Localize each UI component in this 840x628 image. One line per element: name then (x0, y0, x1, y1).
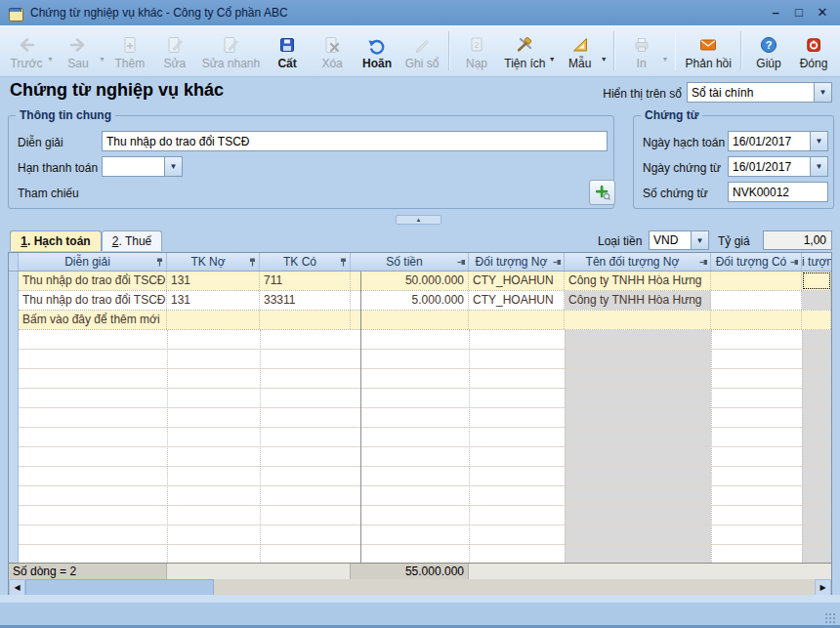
edit-page-icon (165, 33, 185, 55)
print-icon (632, 33, 651, 55)
active-cell[interactable] (802, 272, 831, 290)
reload-icon: 2 (467, 33, 486, 55)
dien-giai-label: Diễn giải (18, 136, 63, 149)
print-button[interactable]: In (619, 30, 664, 72)
delete-button[interactable]: Xóa (310, 30, 355, 72)
utilities-button[interactable]: Tiện ích (499, 30, 551, 72)
post-icon (412, 33, 432, 55)
ty-gia-label: Tỷ giá (718, 234, 750, 248)
document-group-title: Chứng từ (641, 108, 702, 122)
scrollbar-track[interactable] (214, 579, 815, 596)
window-title: Chứng từ nghiệp vụ khác - Công ty Cổ phầ… (30, 6, 768, 20)
maximize-button[interactable]: □ (791, 5, 807, 21)
edit-button[interactable]: Sửa (152, 30, 197, 72)
grid-empty-area (19, 330, 831, 563)
chevron-down-icon[interactable]: ▼ (691, 231, 708, 249)
scroll-left-button[interactable]: ◀ (9, 579, 25, 596)
table-row[interactable]: Thu nhập do trao đổi TSCĐ 131 711 50.000… (19, 272, 831, 291)
dropdown-caret[interactable]: ▼ (47, 56, 54, 63)
dropdown-caret[interactable]: ▼ (549, 56, 556, 63)
column-header-dien-giai[interactable]: Diễn giải (19, 253, 167, 271)
toolbar-separator (448, 31, 450, 70)
column-header-ten-doi-tuong-no[interactable]: Tên đối tượng Nợ (565, 253, 711, 271)
utilities-icon (514, 33, 535, 55)
prev-button[interactable]: Trước (4, 30, 49, 72)
dropdown-caret[interactable]: ▼ (99, 56, 105, 63)
next-button[interactable]: Sau (56, 30, 101, 72)
add-plus-icon (594, 184, 611, 201)
loai-tien-select[interactable]: VND ▼ (649, 230, 709, 250)
undo-button[interactable]: Hoãn (355, 30, 399, 72)
statusbar (0, 603, 840, 625)
grid-body: Thu nhập do trao đổi TSCĐ 131 711 50.000… (19, 272, 831, 563)
chevron-down-icon[interactable]: ▼ (164, 157, 182, 176)
template-button[interactable]: Mẫu (558, 30, 603, 72)
chevron-down-icon[interactable]: ▼ (814, 83, 831, 102)
titlebar: Chứng từ nghiệp vụ khác - Công ty Cổ phầ… (0, 0, 840, 25)
column-header-so-tien[interactable]: Số tiền (351, 253, 469, 271)
collapse-splitter-button[interactable]: ▲ (396, 215, 441, 225)
pin-horizontal-icon (699, 258, 708, 267)
ngay-chung-tu-datepicker[interactable]: 16/01/2017 ▼ (728, 156, 828, 177)
horizontal-scrollbar[interactable]: ◀ ▶ (9, 579, 831, 596)
undo-icon (367, 33, 387, 55)
pin-horizontal-icon (457, 258, 466, 267)
column-header-doi-tuong-no[interactable]: Đối tượng Nợ (469, 253, 565, 271)
ngay-hach-toan-label: Ngày hạch toán (643, 136, 725, 149)
save-icon (277, 33, 297, 55)
general-info-group: Thông tin chung (8, 115, 614, 209)
dien-giai-input[interactable]: Thu nhập do trao đổi TSCĐ (102, 131, 608, 151)
close-button[interactable]: ✕ (815, 5, 830, 21)
close-app-button[interactable]: Đóng (791, 30, 836, 72)
so-chung-tu-input[interactable]: NVK00012 (728, 182, 828, 202)
help-button[interactable]: ? Giúp (746, 30, 791, 72)
add-button[interactable]: Thêm (107, 30, 152, 72)
ngay-hach-toan-datepicker[interactable]: 16/01/2017 ▼ (728, 131, 828, 151)
app-icon (8, 6, 23, 21)
arrow-right-icon (67, 33, 89, 55)
column-header-doi-tuong-co[interactable]: Đối tượng Có (711, 253, 802, 271)
dropdown-caret[interactable]: ▼ (601, 56, 608, 63)
show-on-book-select[interactable]: Sổ tài chính ▼ (687, 82, 832, 103)
column-header-ten-doi-tuong-co[interactable]: Tên đối tượng Có (802, 253, 831, 271)
chevron-down-icon[interactable]: ▼ (810, 157, 827, 176)
svg-text:2: 2 (475, 40, 480, 50)
toolbar: Trước ▼ Sau ▼ Thêm Sửa Sửa nhanh Cất (0, 25, 840, 77)
template-icon (570, 33, 590, 55)
chevron-down-icon[interactable]: ▼ (810, 132, 827, 150)
pin-vertical-icon (248, 258, 257, 267)
tham-chieu-label: Tham chiếu (18, 187, 79, 200)
add-reference-button[interactable] (589, 180, 615, 205)
quick-edit-button[interactable]: Sửa nhanh (197, 30, 265, 72)
han-thanh-toan-label: Hạn thanh toán (18, 161, 98, 175)
scrollbar-thumb[interactable] (25, 579, 214, 596)
new-row[interactable]: Bấm vào đây để thêm mới (19, 311, 831, 330)
tab-hach-toan[interactable]: 1. Hạch toán (10, 230, 102, 251)
minimize-button[interactable]: – (768, 5, 783, 21)
han-thanh-toan-select[interactable]: ▼ (102, 156, 183, 177)
pin-horizontal-icon (790, 258, 799, 267)
column-header-tk-co[interactable]: TK Có (260, 253, 351, 271)
feedback-button[interactable]: Phản hồi (680, 30, 736, 72)
show-on-book-label: Hiển thị trên sổ (571, 87, 682, 101)
post-button[interactable]: Ghi sổ (399, 30, 444, 72)
scroll-right-button[interactable]: ▶ (815, 579, 831, 596)
table-row[interactable]: Thu nhập do trao đổi TSCĐ 131 33311 5.00… (19, 291, 831, 311)
save-button[interactable]: Cất (265, 30, 310, 72)
loai-tien-label: Loại tiền (598, 234, 642, 248)
column-header-tk-no[interactable]: TK Nợ (167, 253, 260, 271)
tab-thue[interactable]: 2. Thuế (102, 230, 162, 251)
accounting-grid: Diễn giải TK Nợ TK Có Số tiền Đối tượng … (8, 252, 832, 597)
resize-grip[interactable] (824, 612, 836, 624)
delete-icon (322, 33, 342, 55)
svg-text:?: ? (766, 38, 773, 50)
grid-summary-row: Số dòng = 2 55.000.000 (9, 563, 831, 579)
grid-header-corner (9, 253, 19, 271)
row-count-summary: Số dòng = 2 (9, 564, 167, 579)
reload-button[interactable]: 2 Nạp (454, 30, 499, 72)
frozen-columns-divider (360, 272, 361, 563)
page-title: Chứng từ nghiệp vụ khác (10, 80, 224, 101)
dropdown-caret[interactable]: ▼ (662, 56, 669, 63)
ngay-chung-tu-label: Ngày chứng từ (643, 161, 721, 175)
pin-horizontal-icon (553, 258, 562, 267)
